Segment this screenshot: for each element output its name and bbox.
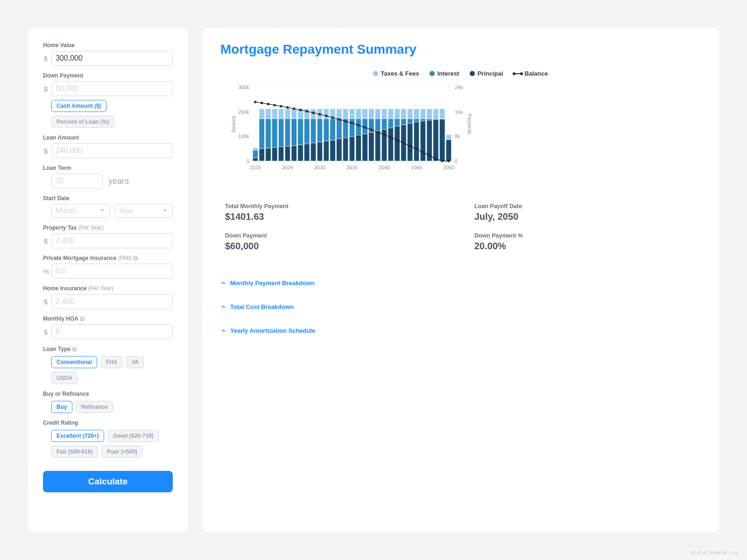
svg-rect-62 (356, 135, 361, 161)
kpi-payoff-date: Loan Payoff DateJuly, 2050 (474, 203, 696, 222)
chip-conventional[interactable]: Conventional (51, 356, 97, 368)
svg-rect-93 (420, 119, 425, 121)
svg-rect-60 (349, 119, 354, 136)
svg-rect-15 (253, 150, 258, 158)
prefix-dollar: $ (43, 147, 49, 155)
label-home-insurance: Home Insurance (Per Year) (43, 285, 173, 292)
accordion-total-cost[interactable]: Total Cost Breakdown (220, 295, 700, 319)
chip-credit-good[interactable]: Good (620-719) (108, 430, 159, 442)
info-icon[interactable]: i (80, 316, 85, 322)
input-home-value[interactable] (51, 51, 173, 66)
svg-rect-100 (433, 109, 438, 119)
chip-percent-loan[interactable]: Percent of Loan (%) (51, 116, 114, 128)
svg-text:16k: 16k (455, 109, 463, 115)
chevron-down-icon (99, 207, 106, 215)
chip-credit-poor[interactable]: Poor (<580) (101, 446, 142, 458)
select-year[interactable]: Year (114, 204, 173, 218)
svg-rect-17 (259, 149, 264, 161)
input-hoa[interactable] (51, 324, 173, 339)
kpi-down-payment: Down Payment$60,000 (225, 232, 446, 252)
svg-text:Payments: Payments (467, 114, 472, 134)
input-loan-term[interactable] (51, 174, 103, 189)
circle-icon (470, 71, 475, 76)
chip-credit-fair[interactable]: Fair (580-619) (51, 446, 98, 458)
svg-rect-61 (349, 109, 354, 119)
svg-rect-59 (349, 136, 354, 161)
field-property-tax: Property Tax (Per Year) $ (43, 224, 173, 248)
label-hoa: Monthly HOAi (43, 315, 173, 322)
label-buy-refi: Buy or Refinance (43, 391, 173, 397)
legend-balance: Balance (514, 70, 548, 77)
field-loan-term: Loan Term years (43, 165, 173, 189)
info-icon[interactable]: i (133, 256, 138, 261)
input-down-payment[interactable] (51, 81, 173, 96)
accordion-monthly-breakdown[interactable]: Monthly Payment Breakdown (220, 271, 700, 295)
input-home-insurance[interactable] (51, 294, 173, 309)
svg-point-133 (377, 131, 379, 133)
chevron-up-icon (220, 280, 226, 286)
chip-va[interactable]: VA (127, 356, 144, 368)
input-pmi[interactable] (51, 264, 173, 279)
circle-icon (430, 71, 435, 76)
svg-point-129 (351, 122, 353, 124)
svg-text:2050: 2050 (443, 165, 454, 170)
svg-rect-28 (278, 109, 283, 119)
svg-rect-73 (375, 109, 381, 119)
svg-rect-80 (395, 126, 400, 161)
svg-text:24k: 24k (455, 84, 463, 90)
svg-point-141 (428, 154, 430, 157)
svg-rect-64 (356, 109, 361, 119)
svg-point-121 (299, 109, 302, 111)
info-icon[interactable]: i (72, 347, 77, 352)
chip-fha[interactable]: FHA (101, 356, 123, 368)
calculate-button[interactable]: Calculate (43, 471, 173, 492)
svg-rect-68 (369, 133, 374, 161)
svg-point-130 (357, 124, 359, 126)
svg-rect-72 (375, 119, 381, 131)
svg-rect-21 (266, 119, 271, 148)
svg-rect-34 (291, 109, 296, 119)
svg-rect-67 (362, 109, 367, 119)
svg-rect-103 (440, 109, 445, 119)
svg-text:200k: 200k (238, 109, 249, 115)
svg-rect-91 (414, 109, 419, 119)
chip-buy[interactable]: Buy (51, 401, 72, 413)
svg-text:2045: 2045 (411, 165, 422, 170)
suffix-years: years (108, 176, 129, 186)
svg-text:300k: 300k (238, 84, 249, 90)
prefix-dollar: $ (43, 237, 49, 245)
svg-rect-96 (427, 119, 432, 120)
svg-point-132 (370, 128, 373, 131)
svg-point-144 (447, 160, 450, 162)
label-pmi: Private Mortgage Insurance (PMI)i (43, 255, 173, 261)
svg-rect-36 (298, 119, 303, 145)
svg-point-142 (435, 158, 437, 160)
field-buy-refi: Buy or Refinance Buy Refinance (43, 391, 173, 413)
svg-point-115 (261, 102, 263, 104)
chip-cash-amount[interactable]: Cash Amount ($) (51, 100, 106, 112)
accordion-amortization[interactable]: Yearly Amortization Schedule (220, 319, 700, 343)
field-down-payment: Down Payment $ Cash Amount ($) Percent o… (43, 72, 173, 128)
legend-taxes: Taxes & Fees (373, 70, 419, 77)
select-month[interactable]: Month (51, 204, 110, 218)
input-loan-amount[interactable] (51, 143, 173, 158)
input-property-tax[interactable] (51, 233, 173, 248)
legend-interest: Interest (430, 70, 459, 77)
svg-rect-45 (317, 119, 322, 142)
label-home-value: Home Value (43, 42, 173, 49)
chip-credit-excellent[interactable]: Excellent (720+) (51, 430, 104, 442)
svg-rect-49 (324, 109, 329, 119)
svg-rect-18 (259, 119, 264, 149)
chip-usda[interactable]: USDA (51, 372, 78, 384)
svg-point-120 (293, 107, 295, 110)
field-home-insurance: Home Insurance (Per Year) $ (43, 285, 173, 309)
svg-point-119 (286, 106, 289, 109)
svg-rect-41 (311, 143, 316, 161)
svg-rect-30 (285, 119, 290, 146)
svg-rect-53 (337, 139, 342, 161)
form-panel: Home Value $ Down Payment $ Cash Amount … (28, 28, 188, 532)
chip-refinance[interactable]: Refinance (76, 401, 113, 413)
svg-point-135 (389, 136, 392, 139)
svg-rect-35 (298, 145, 303, 161)
svg-rect-106 (446, 135, 451, 140)
